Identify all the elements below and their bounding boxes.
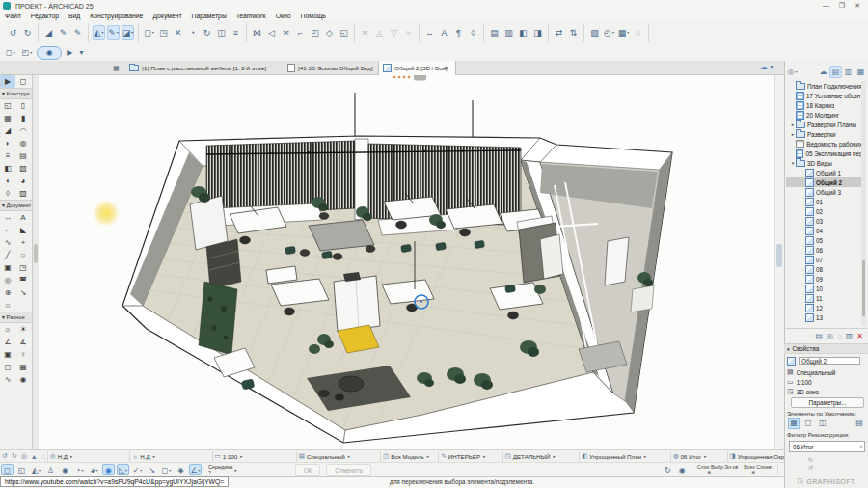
menu-окно[interactable]: Окно	[271, 13, 296, 19]
marquee-options-icon-dropdown[interactable]: ▾	[14, 50, 15, 55]
tree-item-13[interactable]: 13	[786, 312, 861, 322]
shell-tool[interactable]: ◖	[0, 175, 15, 187]
model-view-options[interactable]: ◳ДЕТАЛЬНЫЙ▸	[502, 451, 580, 462]
perspective-icon[interactable]: ◻	[1, 464, 14, 475]
walk-icon[interactable]: ♙	[44, 464, 57, 475]
tree-item-07[interactable]: 07	[786, 255, 861, 264]
refresh-icon-0[interactable]: ↻	[808, 457, 813, 464]
angle-tool[interactable]: ∠	[0, 336, 15, 348]
protractor-tool[interactable]: ∡	[15, 336, 31, 348]
project-chooser-dropdown[interactable]: ▾	[795, 69, 797, 74]
undo-icon[interactable]: ↺	[7, 25, 19, 40]
snap-toggle-icon[interactable]: ∠▾	[189, 464, 202, 475]
update-icon[interactable]: ⇄	[553, 25, 565, 40]
menu-вид[interactable]: Вид	[64, 13, 85, 19]
snap-point-block[interactable]: Середина2 ▸	[206, 464, 237, 475]
trim-icon[interactable]: ⋈	[251, 25, 263, 40]
figure-tool[interactable]: ▣	[0, 261, 15, 274]
drag-icon[interactable]: ◻▾	[143, 25, 155, 40]
align-icon[interactable]: ◫	[215, 25, 228, 40]
confirm-icon[interactable]: ✓▾	[131, 464, 144, 475]
view-name-input[interactable]: Общий 2	[799, 357, 860, 365]
arrow-options-dropdown[interactable]: ▾	[77, 47, 85, 59]
level-tool[interactable]: ⌂	[0, 299, 15, 312]
drag-icon-dropdown[interactable]: ▾	[152, 30, 154, 35]
hotspot-tool[interactable]: +	[15, 236, 31, 249]
tree-item-02[interactable]: 02	[786, 206, 861, 216]
circle-tool[interactable]: ○	[15, 249, 31, 261]
marquee-tool[interactable]: ◻	[15, 75, 31, 88]
zoom-preset[interactable]: ◎Н.Д▸	[47, 451, 129, 462]
dimension-icon[interactable]: ↔	[423, 25, 436, 40]
leader-tool[interactable]: ↘	[15, 286, 31, 299]
opening-tool[interactable]: ◻	[0, 361, 15, 373]
menu-параметры[interactable]: Параметры	[187, 13, 231, 19]
text-icon[interactable]: A	[438, 25, 450, 40]
graphic-override-dropdown[interactable]: ▸	[644, 454, 646, 459]
markup-icon[interactable]: ◨	[531, 25, 544, 40]
layers-all-block[interactable]: Всех Слоев:◉ ◌	[744, 464, 773, 475]
zoom-preset-dropdown[interactable]: ▸	[70, 454, 72, 459]
eyedropper-icon[interactable]: ✎	[71, 25, 84, 40]
projection-dropdown-dropdown[interactable]: ▾	[39, 468, 41, 473]
zone-icon[interactable]: ◊	[467, 25, 479, 40]
tree-item-развертки[interactable]: ▸Развертки	[786, 129, 861, 139]
redo-icon[interactable]: ↻	[21, 25, 34, 40]
menu-редактор[interactable]: Редактор	[26, 13, 64, 19]
tree-item-08[interactable]: 08	[786, 264, 861, 274]
penset-icon[interactable]: ◫	[817, 418, 828, 429]
spline-tool[interactable]: ∿	[0, 236, 15, 249]
tree-item-общий-1[interactable]: Общий 1	[786, 168, 861, 177]
stretch-icon[interactable]: ◇	[323, 25, 336, 40]
info-icon[interactable]: ◌	[632, 25, 644, 40]
roof-tool[interactable]: ◠	[15, 124, 31, 137]
layer-combination-dropdown[interactable]: ▸	[348, 454, 350, 459]
beam-tool[interactable]: ◢	[0, 124, 15, 137]
tab-close-icon[interactable]: ✕	[444, 64, 449, 72]
image-tool[interactable]: ▣	[0, 348, 15, 361]
dimension-tool[interactable]: ↔	[0, 211, 15, 224]
tree-item-04[interactable]: 04	[786, 226, 861, 235]
graphic-override[interactable]: ◧Упрощенный План▸	[579, 451, 670, 462]
3d-viewport[interactable]	[39, 75, 774, 449]
orientation-preset[interactable]: ☼Н.Д▸	[129, 451, 211, 462]
layer-combination[interactable]: ▤Специальный▸	[296, 451, 380, 462]
pin-tool[interactable]: ♀	[15, 348, 31, 361]
zoom-icon[interactable]: ◎	[19, 452, 29, 460]
structure-display[interactable]: ◫Вся Модель▸	[380, 451, 438, 462]
project-chooser-icon[interactable]: ◎▾	[786, 66, 799, 78]
wrench-icon[interactable]: ◈	[175, 464, 187, 475]
favorites-icon[interactable]: ◭▾	[93, 25, 105, 40]
tree-item-05[interactable]: 05	[786, 235, 861, 245]
elevate-icon[interactable]: ◔	[186, 25, 199, 40]
change-icon[interactable]: ◧	[517, 25, 529, 40]
text-tool[interactable]: A	[15, 211, 31, 224]
delete-icon[interactable]: ✕	[856, 332, 863, 340]
view-map-icon[interactable]: ▤	[829, 66, 842, 78]
selection-options-icon[interactable]: ◰▾	[20, 47, 35, 59]
viewport-scroll-thumb[interactable]	[776, 244, 782, 267]
open-view-icon[interactable]: ▥	[846, 332, 854, 340]
maximize-button[interactable]: ❐	[839, 1, 845, 11]
pick-up-parameters-icon[interactable]: ◢	[42, 25, 55, 40]
worksheet-icon[interactable]: ▤	[488, 25, 501, 40]
menu-файл[interactable]: Файл	[0, 13, 26, 19]
marquee3d-icon-dropdown[interactable]: ▾	[169, 468, 171, 473]
projection-dropdown[interactable]: ◭▾	[30, 464, 42, 475]
renovation-filter-select[interactable]: 06 Итог▾	[789, 441, 865, 452]
orbit-dropdown[interactable]: ◔▾	[73, 464, 86, 475]
zoom-in-icon[interactable]: ↻	[10, 452, 19, 460]
selection-options-icon-dropdown[interactable]: ▾	[30, 50, 32, 55]
save-icon[interactable]: ▦▾	[617, 25, 630, 40]
offset-icon[interactable]: ↘	[146, 464, 158, 475]
ok-button[interactable]: ОК	[295, 464, 321, 476]
model-view-icon[interactable]: ▦	[788, 418, 800, 429]
refresh-icons[interactable]: ↻↺	[808, 457, 813, 472]
tree-item-17-условные-обозн[interactable]: 17 Условные обозн	[786, 91, 861, 100]
search-icon[interactable]: ◌	[837, 332, 842, 340]
save-icon-dropdown[interactable]: ▾	[627, 30, 629, 35]
window-tool[interactable]: ▦	[0, 112, 15, 124]
publish-icon[interactable]: ⇅	[567, 25, 580, 40]
fit-icon[interactable]: ◌	[40, 453, 47, 460]
palette-section-2[interactable]: ▾ Разное	[0, 312, 32, 323]
